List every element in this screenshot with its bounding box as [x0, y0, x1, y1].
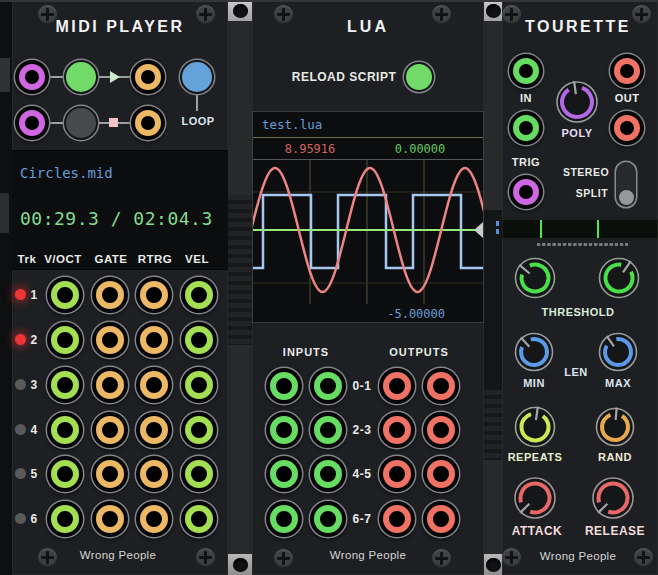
reset-input-port[interactable] [15, 106, 49, 140]
io-row-label: 6-7 [353, 512, 372, 526]
attack-label: ATTACK [512, 524, 563, 538]
track1-voct-port[interactable] [47, 277, 83, 313]
track-number: 1 [30, 288, 37, 302]
play-button[interactable] [64, 60, 98, 94]
in-port-2[interactable] [509, 111, 543, 145]
track6-voct-port[interactable] [47, 501, 83, 537]
input-port-1[interactable] [310, 368, 346, 404]
script-name: test.lua [262, 117, 322, 132]
screw-icon [634, 548, 653, 567]
attack-knob[interactable] [513, 476, 557, 520]
module-title: MIDI PLAYER [55, 18, 184, 36]
output-port-2[interactable] [379, 412, 415, 448]
trigger-tick [540, 220, 542, 238]
track4-voct-port[interactable] [47, 412, 83, 448]
track2-vel-port[interactable] [181, 322, 217, 358]
track-led [15, 513, 26, 524]
track5-gate-port[interactable] [92, 456, 128, 492]
track6-gate-port[interactable] [92, 501, 128, 537]
input-port-0[interactable] [266, 368, 302, 404]
inputs-label: INPUTS [283, 346, 329, 358]
input-port-3[interactable] [310, 412, 346, 448]
track6-vel-port[interactable] [181, 501, 217, 537]
track-number: 5 [30, 467, 37, 481]
track2-voct-port[interactable] [47, 322, 83, 358]
rack-rail-gap [228, 0, 252, 575]
track3-voct-port[interactable] [47, 367, 83, 403]
input-port-6[interactable] [266, 501, 302, 537]
play-output-port[interactable] [131, 60, 165, 94]
output-port-4[interactable] [379, 456, 415, 492]
trig-port[interactable] [509, 175, 543, 209]
track4-vel-port[interactable] [181, 412, 217, 448]
reload-script-button[interactable] [404, 62, 434, 92]
track5-vel-port[interactable] [181, 456, 217, 492]
threshold-knob-2[interactable] [598, 257, 640, 299]
track-number: 2 [30, 333, 37, 347]
track5-rtrg-port[interactable] [136, 456, 172, 492]
output-port-5[interactable] [423, 456, 459, 492]
rack-edge-patch [0, 193, 9, 233]
track1-rtrg-port[interactable] [136, 277, 172, 313]
track3-gate-port[interactable] [92, 367, 128, 403]
brand-label: Wrong People [80, 549, 156, 561]
stereo-split-toggle[interactable] [616, 162, 636, 207]
track4-rtrg-port[interactable] [136, 412, 172, 448]
threshold-label: THRESHOLD [542, 306, 615, 318]
output-port-0[interactable] [379, 368, 415, 404]
screw-icon [196, 5, 215, 24]
column-header-vel: VEL [185, 253, 209, 265]
track3-vel-port[interactable] [181, 367, 217, 403]
output-port-7[interactable] [423, 501, 459, 537]
track1-vel-port[interactable] [181, 277, 217, 313]
input-port-4[interactable] [266, 456, 302, 492]
loop-label: LOOP [181, 115, 214, 127]
track1-gate-port[interactable] [92, 277, 128, 313]
column-header-voct: V/OCT [44, 253, 82, 265]
len-label: LEN [564, 366, 588, 378]
track2-gate-port[interactable] [92, 322, 128, 358]
stop-output-port[interactable] [131, 106, 165, 140]
track3-rtrg-port[interactable] [136, 367, 172, 403]
play-icon [110, 71, 120, 83]
strip-marker [496, 229, 499, 234]
track5-voct-port[interactable] [47, 456, 83, 492]
output-port-3[interactable] [423, 412, 459, 448]
column-header-gate: GATE [94, 253, 127, 265]
in-port-1[interactable] [509, 54, 543, 88]
track-led [15, 379, 26, 390]
release-knob[interactable] [591, 476, 635, 520]
output-port-6[interactable] [379, 501, 415, 537]
strip-marker [496, 221, 499, 226]
stop-button[interactable] [64, 106, 98, 140]
screw-icon [502, 548, 521, 567]
io-row-label: 4-5 [353, 467, 372, 481]
stereo-label: STEREO [563, 166, 609, 178]
rand-knob[interactable] [595, 407, 635, 447]
poly-knob[interactable] [555, 80, 599, 124]
input-port-7[interactable] [310, 501, 346, 537]
rand-label: RAND [598, 451, 632, 463]
track6-rtrg-port[interactable] [136, 501, 172, 537]
rail-mount-hole [228, 0, 252, 21]
screw-icon [274, 549, 293, 568]
track4-gate-port[interactable] [92, 412, 128, 448]
repeats-knob[interactable] [514, 406, 556, 448]
reload-script-label: RELOAD SCRIPT [292, 70, 397, 84]
output-port-1[interactable] [423, 368, 459, 404]
rack-edge-patch [0, 58, 10, 92]
input-port-2[interactable] [266, 412, 302, 448]
loop-button[interactable] [180, 60, 214, 94]
brand-label: Wrong People [330, 549, 406, 561]
min-knob[interactable] [514, 332, 554, 372]
input-port-5[interactable] [310, 456, 346, 492]
threshold-knob-1[interactable] [514, 257, 556, 299]
clock-input-port[interactable] [15, 60, 49, 94]
track2-rtrg-port[interactable] [136, 322, 172, 358]
out-port-2[interactable] [610, 111, 644, 145]
stop-icon [109, 118, 118, 127]
screw-icon [632, 5, 651, 24]
scope-value-min: -5.00000 [387, 307, 445, 321]
out-port-1[interactable] [610, 54, 644, 88]
max-knob[interactable] [598, 332, 638, 372]
